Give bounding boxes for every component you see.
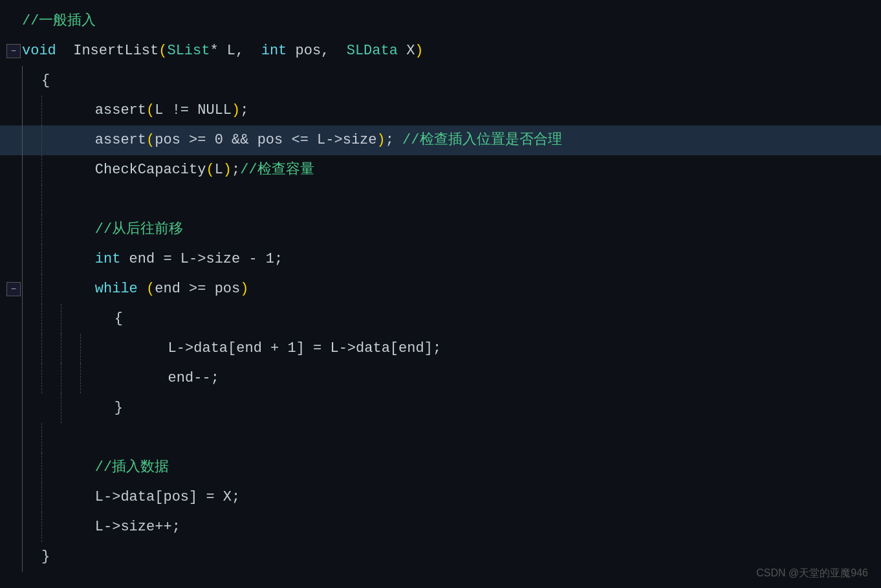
- line-content-3: {: [41, 66, 881, 96]
- line-content-12: L->data[end + 1] = L->data[end];: [100, 334, 881, 364]
- code-line-17: L->data[pos] = X;: [0, 483, 881, 512]
- line-content-17: L->data[pos] = X;: [61, 483, 881, 512]
- code-line-19: }: [0, 542, 881, 572]
- code-line-10: − while (end >= pos): [0, 274, 881, 304]
- line-content-18: L->size++;: [61, 512, 881, 542]
- code-line-5: assert(pos >= 0 && pos <= L->size); //检查…: [0, 125, 881, 155]
- code-line-14: }: [0, 393, 881, 423]
- code-line-16: //插入数据: [0, 453, 881, 483]
- code-line-18: L->size++;: [0, 512, 881, 542]
- line-content-10: while (end >= pos): [61, 274, 881, 304]
- code-line-15: [0, 423, 881, 453]
- watermark: CSDN @天堂的亚魔946: [756, 567, 868, 580]
- line-content-2: void InsertList(SList* L, int pos, SLDat…: [22, 36, 881, 66]
- code-line-8: //从后往前移: [0, 215, 881, 245]
- fold-icon-func[interactable]: −: [6, 44, 21, 58]
- code-line-11: {: [0, 304, 881, 334]
- line-content-16: //插入数据: [61, 453, 881, 483]
- line-content-8: //从后往前移: [61, 215, 881, 245]
- code-line-9: int end = L->size - 1;: [0, 245, 881, 274]
- line-content-11: {: [80, 304, 881, 334]
- line-content-4: assert(L != NULL);: [61, 96, 881, 125]
- code-editor: //一般插入 − void InsertList(SList* L, int p…: [0, 0, 881, 588]
- line-content-5: assert(pos >= 0 && pos <= L->size); //检查…: [61, 125, 881, 155]
- line-content-1: //一般插入: [22, 6, 881, 36]
- line-content-6: CheckCapacity(L);//检查容量: [61, 155, 881, 185]
- code-line-4: assert(L != NULL);: [0, 96, 881, 125]
- line-content-14: }: [80, 393, 881, 423]
- code-line-12: L->data[end + 1] = L->data[end];: [0, 334, 881, 364]
- line-content-19: }: [41, 542, 881, 572]
- code-line-13: end--;: [0, 364, 881, 393]
- code-line-6: CheckCapacity(L);//检查容量: [0, 155, 881, 185]
- code-line-7: [0, 185, 881, 215]
- fold-icon-while[interactable]: −: [6, 282, 21, 296]
- line-content-13: end--;: [100, 364, 881, 393]
- code-line-3: {: [0, 66, 881, 96]
- code-line-2: − void InsertList(SList* L, int pos, SLD…: [0, 36, 881, 66]
- code-line-1: //一般插入: [0, 6, 881, 36]
- line-content-9: int end = L->size - 1;: [61, 245, 881, 274]
